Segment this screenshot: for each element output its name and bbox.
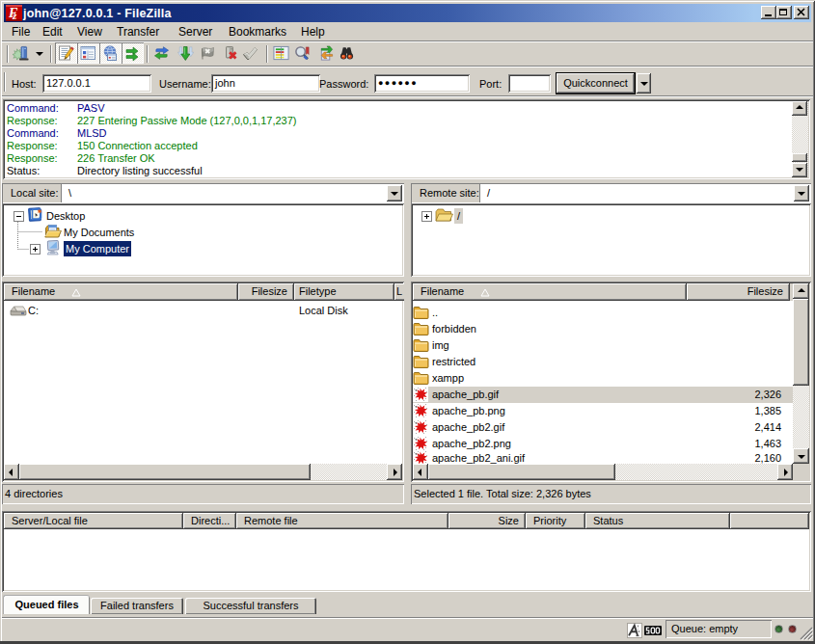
svg-text:z: z (12, 10, 17, 21)
